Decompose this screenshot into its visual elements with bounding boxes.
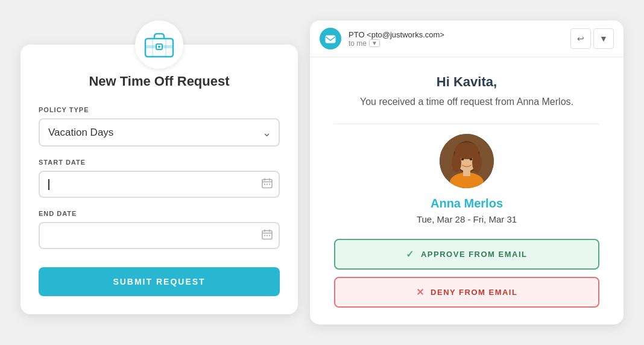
email-greeting: Hi Kavita, <box>334 74 599 90</box>
person-avatar <box>440 134 494 188</box>
briefcase-icon <box>135 21 183 69</box>
svg-point-26 <box>472 153 482 172</box>
email-subtitle: You received a time off request from Ann… <box>334 95 599 109</box>
approve-label: APPROVE FROM EMAIL <box>421 250 528 259</box>
policy-type-select-wrapper: Vacation Days Sick Days Personal Days ⌄ <box>39 118 280 147</box>
start-date-group: START DATE <box>39 159 280 198</box>
deny-label: DENY FROM EMAIL <box>431 288 517 297</box>
end-date-input-wrapper <box>39 222 280 249</box>
more-actions-button[interactable]: ▼ <box>593 28 614 49</box>
divider <box>334 124 599 124</box>
reply-button[interactable]: ↩ <box>570 28 591 49</box>
email-header-actions: ↩ ▼ <box>570 28 614 49</box>
email-from: PTO <pto@justworks.com> <box>349 30 444 39</box>
policy-type-label: POLICY TYPE <box>39 106 280 113</box>
start-date-input-wrapper <box>39 171 280 198</box>
cursor-indicator <box>48 179 49 190</box>
svg-point-29 <box>461 158 464 160</box>
approve-from-email-button[interactable]: ✓ APPROVE FROM EMAIL <box>334 239 599 270</box>
email-sender-info: PTO <pto@justworks.com> to me ▼ <box>349 30 444 48</box>
email-card: PTO <pto@justworks.com> to me ▼ ↩ ▼ Hi K… <box>310 21 623 324</box>
time-off-request-card: New Time Off Request POLICY TYPE Vacatio… <box>21 45 298 314</box>
email-body: Hi Kavita, You received a time off reque… <box>310 57 623 324</box>
email-to-dropdown-icon[interactable]: ▼ <box>369 39 380 47</box>
end-date-label: END DATE <box>39 210 280 217</box>
x-icon: ✕ <box>416 286 425 298</box>
end-date-group: END DATE <box>39 210 280 249</box>
reply-icon: ↩ <box>577 34 584 43</box>
pto-avatar <box>320 28 341 49</box>
email-header-left: PTO <pto@justworks.com> to me ▼ <box>320 28 444 49</box>
policy-type-group: POLICY TYPE Vacation Days Sick Days Pers… <box>39 106 280 147</box>
check-icon: ✓ <box>406 248 415 260</box>
email-to: to me ▼ <box>349 39 444 48</box>
policy-type-select[interactable]: Vacation Days Sick Days Personal Days <box>39 118 280 147</box>
email-header: PTO <pto@justworks.com> to me ▼ ↩ ▼ <box>310 21 623 57</box>
svg-point-3 <box>158 46 160 48</box>
svg-point-30 <box>470 158 473 160</box>
person-dates: Tue, Mar 28 - Fri, Mar 31 <box>334 214 599 224</box>
person-name: Anna Merlos <box>334 197 599 210</box>
start-date-input[interactable] <box>39 171 280 198</box>
submit-request-button[interactable]: SUBMIT REQUEST <box>39 267 280 296</box>
svg-rect-20 <box>326 36 335 43</box>
start-date-label: START DATE <box>39 159 280 166</box>
card-title: New Time Off Request <box>39 74 280 89</box>
svg-point-25 <box>452 153 461 172</box>
end-date-input[interactable] <box>39 222 280 249</box>
chevron-down-icon: ▼ <box>599 34 608 43</box>
deny-from-email-button[interactable]: ✕ DENY FROM EMAIL <box>334 277 599 308</box>
main-container: New Time Off Request POLICY TYPE Vacatio… <box>12 21 632 324</box>
svg-rect-28 <box>463 169 470 176</box>
